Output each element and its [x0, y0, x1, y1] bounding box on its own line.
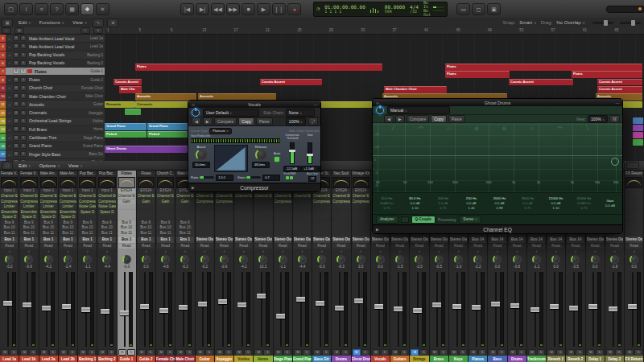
- region[interactable]: [633, 139, 643, 146]
- band-q[interactable]: 1.10: [401, 206, 429, 211]
- region[interactable]: Cosmic Ascent: [114, 79, 142, 86]
- solo-button[interactable]: S: [185, 349, 193, 356]
- audio-fx-slot[interactable]: [254, 200, 271, 204]
- audio-fx-slot[interactable]: Channel EQ: [176, 194, 193, 199]
- channel-name-label[interactable]: Violins: [234, 356, 253, 362]
- audio-fx-slot[interactable]: [138, 210, 155, 215]
- track-header-row[interactable]: 17♪MSFinger Style BassBass Gtr: [0, 150, 105, 158]
- menu-view[interactable]: View ∨: [72, 20, 87, 25]
- audio-fx-slot[interactable]: Ensemble: [20, 210, 37, 215]
- send-slot[interactable]: Bus 10: [98, 225, 115, 230]
- send-slot[interactable]: Bus 11: [20, 231, 37, 236]
- eq-band-1-parameters[interactable]: 20.0 Hz24dB/Oct0.71: [373, 193, 401, 214]
- channel-name-label[interactable]: Lead 2a: [39, 356, 58, 362]
- mute-button[interactable]: M: [606, 349, 614, 356]
- band-q[interactable]: 0.71: [429, 206, 457, 211]
- mute-button[interactable]: M: [431, 349, 439, 356]
- volume-readout[interactable]: -0.5: [430, 265, 448, 269]
- channel-name-label[interactable]: Trackroom: [527, 356, 546, 362]
- forward-button[interactable]: ▶▶: [226, 3, 240, 15]
- pan-knob[interactable]: [180, 255, 189, 264]
- solo-button[interactable]: S: [20, 126, 27, 132]
- pan-knob[interactable]: [200, 255, 209, 264]
- pan-knob[interactable]: [493, 255, 502, 264]
- channel-strip[interactable]: Female V..Input 1Channel EQCompressorLim…: [0, 171, 19, 362]
- mute-button[interactable]: M: [13, 35, 19, 41]
- compressor-plugin-window[interactable]: ∞ Vocals — User Default ∨ Side Chain: No…: [188, 100, 321, 192]
- solo-button[interactable]: S: [20, 151, 27, 157]
- channel-name-label[interactable]: Backing 1: [78, 356, 97, 362]
- volume-readout[interactable]: -2.0: [410, 265, 428, 269]
- tempo-display[interactable]: 80.0000 500: [385, 5, 405, 14]
- pan-knob[interactable]: [435, 255, 444, 264]
- stop-button[interactable]: ■: [242, 3, 255, 15]
- output-slot[interactable]: Stereo Out: [275, 237, 291, 243]
- fader-area[interactable]: [508, 270, 526, 348]
- fader-area[interactable]: [312, 270, 331, 348]
- audio-fx-slot[interactable]: Compressor: [1, 200, 18, 204]
- send-slot[interactable]: [196, 225, 213, 230]
- track-header-row[interactable]: 8♪MSFlutesGuide 2: [0, 76, 105, 84]
- volume-readout[interactable]: -0.2: [196, 265, 214, 269]
- solo-button[interactable]: S: [615, 349, 623, 356]
- fader-area[interactable]: [215, 270, 233, 348]
- mute-button[interactable]: M: [216, 349, 224, 356]
- eq-band-2-parameters[interactable]: 80.0 Hz0.0 dB1.10: [401, 193, 429, 214]
- mute-button[interactable]: M: [176, 349, 184, 356]
- volume-readout[interactable]: 0.0: [586, 265, 605, 269]
- mute-button[interactable]: M: [567, 349, 575, 356]
- horizontal-zoom-slider[interactable]: [592, 22, 613, 24]
- audio-fx-slot[interactable]: [216, 210, 233, 215]
- send-slot[interactable]: [275, 220, 291, 225]
- audio-fx-slot[interactable]: [294, 215, 311, 220]
- output-slot[interactable]: Bus 14: [528, 237, 545, 243]
- audio-fx-slot[interactable]: [176, 210, 193, 215]
- channel-strip[interactable]: Finger St..EXS24Channel EQCompressor Ste…: [312, 171, 332, 362]
- audio-fx-slot[interactable]: [157, 204, 174, 209]
- mute-button[interactable]: M: [411, 349, 419, 356]
- link-icon[interactable]: ∞: [373, 101, 382, 105]
- channel-name-label[interactable]: Delay 2: [605, 356, 624, 362]
- send-slot[interactable]: [235, 220, 252, 225]
- send-slot[interactable]: [625, 231, 642, 236]
- mute-button[interactable]: M: [625, 349, 634, 356]
- eq-thumbnail[interactable]: [60, 177, 76, 188]
- audio-fx-slot[interactable]: [275, 215, 291, 220]
- solo-button[interactable]: S: [10, 349, 18, 356]
- solo-button[interactable]: S: [20, 110, 27, 116]
- fader-area[interactable]: [59, 270, 77, 348]
- send-slot[interactable]: Bus 9: [157, 220, 174, 225]
- audio-fx-slot[interactable]: [157, 210, 174, 215]
- send-slot[interactable]: [235, 231, 252, 236]
- ratio-slider[interactable]: [200, 176, 214, 179]
- fader-area[interactable]: [234, 270, 253, 348]
- fader-area[interactable]: [625, 270, 643, 348]
- output-slot[interactable]: Stereo Out: [431, 237, 448, 243]
- pan-knob[interactable]: [317, 255, 326, 264]
- region[interactable]: Acoustic: [135, 93, 196, 101]
- eq-band-4-parameters[interactable]: 250 Hz0.0 dB1.40: [457, 193, 485, 214]
- channel-strip[interactable]: Male Am..Input 1Channel EQCompressorLimi…: [39, 171, 59, 362]
- send-slot[interactable]: Bus 11: [98, 231, 115, 236]
- volume-readout[interactable]: 0.0: [371, 265, 390, 269]
- next-preset-button[interactable]: ▶: [203, 117, 213, 125]
- track-header-row[interactable]: 3♪MSMale Ambient Lead VocalLead 1a: [0, 35, 105, 43]
- volume-readout[interactable]: -4.2: [234, 265, 253, 269]
- mode-button-2[interactable]: ▣: [487, 3, 501, 15]
- audio-fx-slot[interactable]: [118, 204, 135, 209]
- mute-button[interactable]: M: [196, 349, 204, 356]
- prev-preset-button[interactable]: ◀: [384, 115, 394, 123]
- mute-button[interactable]: M: [13, 52, 19, 58]
- pan-knob[interactable]: [161, 255, 170, 264]
- send-slot[interactable]: Bus 9: [40, 220, 57, 225]
- pan-knob[interactable]: [24, 255, 33, 264]
- solo-button[interactable]: S: [20, 93, 27, 99]
- tempo-sub-value[interactable]: 500: [385, 10, 405, 14]
- mute-button[interactable]: M: [235, 349, 243, 356]
- eq-band-1-icon[interactable]: ╱: [379, 125, 407, 132]
- mute-button[interactable]: M: [13, 93, 19, 99]
- disclosure-triangle-icon[interactable]: ▶: [373, 227, 382, 232]
- mute-button[interactable]: M: [13, 126, 19, 132]
- fader-area[interactable]: [0, 270, 19, 348]
- volume-readout[interactable]: 10.2: [254, 265, 272, 269]
